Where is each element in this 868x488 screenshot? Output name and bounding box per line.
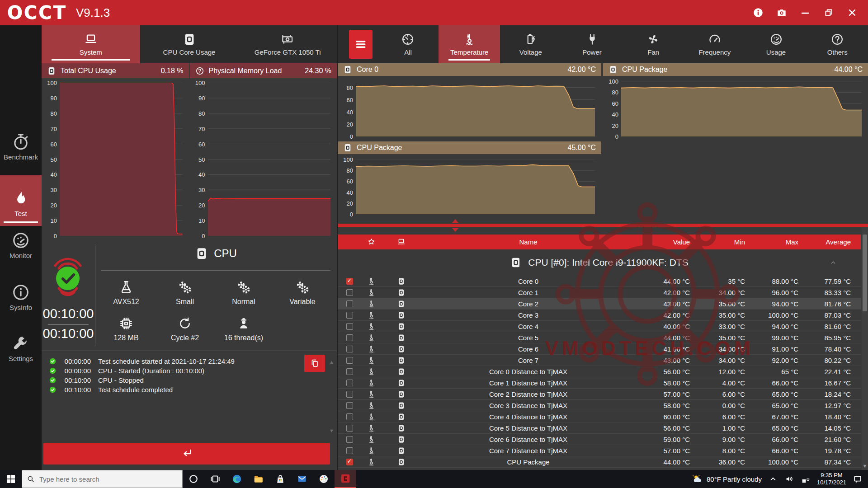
sidebar-item-test[interactable]: Test	[0, 175, 42, 226]
test-option-128-mb[interactable]: 128 MB	[97, 311, 156, 347]
sensor-row[interactable]: Core 3 Distance to TjMAX 58.00 °C 0.00 °…	[338, 400, 861, 411]
tab-voltage[interactable]: Voltage	[500, 25, 561, 63]
sensor-row[interactable]: Core 2 Distance to TjMAX 57.00 °C 6.00 °…	[338, 389, 861, 400]
sensor-row[interactable]: Core 3 42.00 °C 35.00 °C 100.00 °C 87.03…	[338, 310, 861, 321]
sensor-row[interactable]: Core 6 Distance to TjMAX 59.00 °C 9.00 °…	[338, 434, 861, 445]
tab-cpu-core-usage[interactable]: CPU Core Usage	[140, 25, 239, 63]
test-option-small[interactable]: Small	[156, 275, 214, 311]
cpu-checkbox-icon[interactable]	[195, 247, 208, 260]
tab-others[interactable]: Others	[807, 25, 868, 63]
weather-widget[interactable]: 80°F Partly cloudy	[691, 473, 762, 485]
tab-fan[interactable]: Fan	[623, 25, 684, 63]
action-center-icon[interactable]	[853, 474, 863, 484]
sensor-group-header[interactable]: CPU [#0]: Intel Core i9-11900KF: DTS	[338, 249, 861, 276]
sensor-row[interactable]: Core 4 40.00 °C 33.00 °C 94.00 °C 81.60 …	[338, 321, 861, 332]
speaker-icon[interactable]	[784, 474, 794, 484]
sensor-checkbox[interactable]	[346, 425, 353, 432]
sensor-row[interactable]: Core 6 41.00 °C 34.00 °C 91.00 °C 78.40 …	[338, 343, 861, 355]
collapse-chevron-icon[interactable]	[829, 258, 837, 267]
tab-frequency[interactable]: Frequency	[684, 25, 745, 63]
tab-temperature[interactable]: Temperature	[439, 25, 500, 63]
sensor-row[interactable]: Core 0 Distance to TjMAX 56.00 °C 12.00 …	[338, 366, 861, 377]
tab-all[interactable]: All	[377, 25, 439, 63]
chart-checkbox-icon[interactable]	[343, 143, 352, 152]
cortana-button[interactable]	[183, 470, 204, 488]
log-scroll-down-icon[interactable]: ▼	[329, 428, 334, 433]
file-explorer-app-icon[interactable]	[248, 470, 269, 488]
sensor-row[interactable]: Core 4 Distance to TjMAX 60.00 °C 6.00 °…	[338, 411, 861, 422]
test-option-avx512[interactable]: AVX512	[97, 275, 156, 311]
test-option-variable[interactable]: Variable	[273, 275, 332, 311]
sensor-checkbox[interactable]	[346, 380, 353, 386]
column-average[interactable]: Average	[802, 238, 854, 246]
sidebar-item-settings[interactable]: Settings	[0, 334, 42, 362]
sensor-row[interactable]: Core 1 Distance to TjMAX 58.00 °C 4.00 °…	[338, 377, 861, 389]
column-max[interactable]: Max	[749, 238, 802, 246]
sensor-checkbox[interactable]	[346, 413, 353, 420]
close-button[interactable]	[846, 7, 858, 19]
sensor-checkbox[interactable]	[346, 436, 353, 443]
occt-app-icon[interactable]	[335, 470, 356, 488]
sensor-checkbox[interactable]	[346, 289, 353, 296]
copy-log-button[interactable]	[304, 355, 325, 372]
column-value[interactable]: Value	[636, 238, 693, 246]
sidebar-item-monitor[interactable]: Monitor	[0, 231, 42, 259]
tab-system[interactable]: System	[42, 25, 140, 63]
tray-chevron-up-icon[interactable]	[768, 474, 778, 484]
screenshot-camera-button[interactable]	[776, 7, 788, 19]
sidebar-item-benchmark[interactable]: Benchmark	[0, 132, 42, 161]
test-option-cycle-2[interactable]: Cycle #2	[156, 311, 214, 347]
sensor-checkbox[interactable]	[346, 323, 353, 330]
test-option-normal[interactable]: Normal	[214, 275, 273, 311]
edge-app-icon[interactable]	[226, 470, 248, 488]
sensor-row[interactable]: Core 1 42.00 °C 34.00 °C 96.00 °C 83.33 …	[338, 287, 861, 298]
sensor-checkbox[interactable]	[346, 459, 353, 465]
sensor-row[interactable]: Core 7 43.00 °C 34.00 °C 92.00 °C 80.22 …	[338, 355, 861, 366]
search-input[interactable]	[39, 475, 166, 483]
scrollbar-down-arrow[interactable]: ▼	[862, 462, 868, 470]
column-name[interactable]: Name	[421, 238, 636, 246]
sensor-row[interactable]: Core 0 44.00 °C 35 °C 88.00 °C 77.59 °C	[338, 276, 861, 287]
network-icon[interactable]	[801, 474, 811, 484]
info-button[interactable]	[752, 7, 764, 19]
store-app-icon[interactable]	[269, 470, 291, 488]
tab-usage[interactable]: Usage	[745, 25, 807, 63]
chart-checkbox-icon[interactable]	[343, 65, 352, 74]
sensor-row[interactable]: Core 7 Distance to TjMAX 57.00 °C 8.00 °…	[338, 445, 861, 456]
mail-app-icon[interactable]	[291, 470, 313, 488]
sensor-checkbox[interactable]	[346, 300, 353, 307]
paint3d-app-icon[interactable]	[313, 470, 335, 488]
sensor-checkbox[interactable]	[346, 391, 353, 398]
sensor-checkbox[interactable]	[346, 402, 353, 409]
run-test-button[interactable]	[43, 443, 330, 465]
sensor-row[interactable]: Core 2 43.00 °C 35.00 °C 94.00 °C 81.76 …	[338, 298, 861, 310]
log-scroll-up-icon[interactable]: ▲	[329, 359, 334, 365]
restore-button[interactable]	[823, 7, 835, 19]
column-min[interactable]: Min	[693, 238, 749, 246]
chart-checkbox-icon[interactable]	[609, 65, 618, 74]
sensor-checkbox[interactable]	[346, 346, 353, 352]
clock[interactable]: 9:35 PM 10/17/2021	[817, 472, 846, 486]
taskbar-search[interactable]	[22, 470, 183, 488]
sensor-checkbox[interactable]	[346, 357, 353, 364]
start-button[interactable]	[0, 470, 22, 488]
sensor-checkbox[interactable]	[346, 368, 353, 375]
sensor-row[interactable]: Core 5 Distance to TjMAX 56.00 °C 1.00 °…	[338, 422, 861, 434]
tab-geforce-gtx-1050-ti[interactable]: GeForce GTX 1050 Ti	[238, 25, 337, 63]
table-scrollbar[interactable]: ▼	[862, 227, 868, 470]
sensor-checkbox[interactable]	[346, 278, 353, 285]
scrollbar-thumb[interactable]	[863, 235, 867, 311]
sensor-row[interactable]: CPU Package 44.00 °C 36.00 °C 100.00 °C …	[338, 456, 861, 468]
sensor-menu-button[interactable]	[344, 25, 377, 63]
chart-checkbox-icon[interactable]	[47, 66, 56, 75]
favorite-star-icon[interactable]	[367, 238, 376, 246]
tab-power[interactable]: Power	[561, 25, 623, 63]
sidebar-item-sysinfo[interactable]: SysInfo	[0, 283, 42, 311]
task-view-button[interactable]	[204, 470, 226, 488]
test-option-16-thread-s-[interactable]: 16 thread(s)	[214, 311, 273, 347]
sensor-row[interactable]: Core 5 44.00 °C 35.00 °C 99.00 °C 85.95 …	[338, 332, 861, 343]
help-icon[interactable]	[195, 66, 204, 75]
sensor-checkbox[interactable]	[346, 447, 353, 454]
sensor-checkbox[interactable]	[346, 312, 353, 319]
splitter-handle[interactable]	[338, 224, 868, 227]
